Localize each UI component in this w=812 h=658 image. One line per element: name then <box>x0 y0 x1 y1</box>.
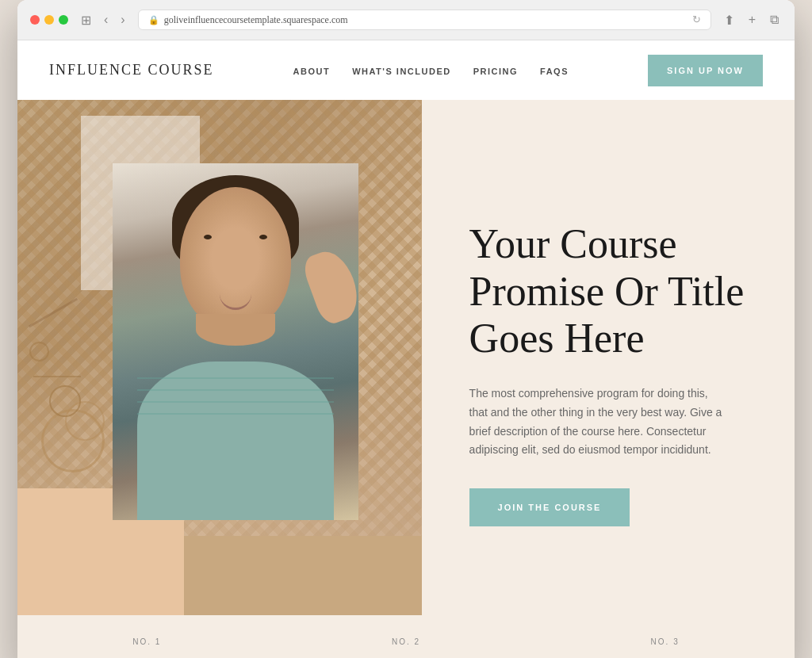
bottom-label-2: NO. 2 <box>392 637 420 646</box>
browser-actions: ⬆ + ⧉ <box>721 11 782 29</box>
forward-button[interactable]: › <box>117 11 128 29</box>
browser-chrome: ⊞ ‹ › 🔒 goliveinfluencecoursetemplate.sq… <box>17 0 795 40</box>
nav-link-whats-included[interactable]: WHAT'S INCLUDED <box>352 67 451 76</box>
url-text: goliveinfluencecoursetemplate.squarespac… <box>164 14 348 26</box>
portrait-face <box>180 187 291 330</box>
tabs-button[interactable]: ⧉ <box>767 11 782 29</box>
browser-window: ⊞ ‹ › 🔒 goliveinfluencecoursetemplate.sq… <box>17 0 795 658</box>
close-button[interactable] <box>30 15 40 25</box>
page: INFLUENCE COURSE ABOUT WHAT'S INCLUDED P… <box>17 40 795 658</box>
nav-link-pricing[interactable]: PRICING <box>473 67 518 76</box>
nav-item-faqs[interactable]: FAQS <box>540 63 569 78</box>
image-collage <box>17 100 422 615</box>
maximize-button[interactable] <box>59 15 68 25</box>
nav-link-about[interactable]: ABOUT <box>293 67 331 76</box>
eye-left <box>204 235 212 239</box>
portrait-photo <box>113 163 358 520</box>
address-bar[interactable]: 🔒 goliveinfluencecoursetemplate.squaresp… <box>138 10 711 30</box>
bottom-label-3: NO. 3 <box>651 637 680 646</box>
hero-description: The most comprehensive program for doing… <box>469 384 723 460</box>
site-logo[interactable]: INFLUENCE COURSE <box>49 62 214 78</box>
smile <box>220 294 251 310</box>
back-button[interactable]: ‹ <box>101 11 111 29</box>
knit-line-3 <box>137 401 334 403</box>
signup-button[interactable]: SIGN UP NOW <box>648 55 763 86</box>
accessory-ring-2 <box>29 342 49 362</box>
accessory-ring-1 <box>49 385 81 417</box>
hero-title: Your Course Promise Or Title Goes Here <box>469 220 755 362</box>
reload-icon[interactable]: ↻ <box>692 13 701 26</box>
minimize-button[interactable] <box>44 15 54 25</box>
nav-links: ABOUT WHAT'S INCLUDED PRICING FAQS <box>293 63 569 78</box>
join-course-button[interactable]: JOIN THE COURSE <box>469 488 630 526</box>
nav-item-about[interactable]: ABOUT <box>293 63 331 78</box>
knit-line-2 <box>137 389 334 391</box>
eye-right <box>259 235 267 239</box>
portrait-hand <box>300 245 358 327</box>
knit-line-4 <box>137 413 334 415</box>
lock-icon: 🔒 <box>148 15 159 25</box>
nav-item-whats-included[interactable]: WHAT'S INCLUDED <box>352 63 451 78</box>
knit-line-1 <box>137 377 334 379</box>
traffic-lights <box>30 15 68 25</box>
portrait-sweater <box>137 362 334 520</box>
deco-line <box>33 376 81 377</box>
share-button[interactable]: ⬆ <box>721 11 737 29</box>
bottom-label-1: NO. 1 <box>132 637 161 646</box>
window-switcher-button[interactable]: ⊞ <box>78 11 94 29</box>
nav-link-faqs[interactable]: FAQS <box>540 67 569 76</box>
nav-item-pricing[interactable]: PRICING <box>473 63 518 78</box>
hero-section: Your Course Promise Or Title Goes Here T… <box>17 100 795 615</box>
hero-content: Your Course Promise Or Title Goes Here T… <box>422 100 795 615</box>
new-tab-button[interactable]: + <box>745 11 759 29</box>
browser-controls: ⊞ ‹ › <box>78 11 128 29</box>
bottom-tan-strip <box>184 536 422 615</box>
navbar: INFLUENCE COURSE ABOUT WHAT'S INCLUDED P… <box>17 40 795 100</box>
accessory-line <box>29 298 78 328</box>
bottom-labels: NO. 1 NO. 2 NO. 3 <box>17 615 795 658</box>
